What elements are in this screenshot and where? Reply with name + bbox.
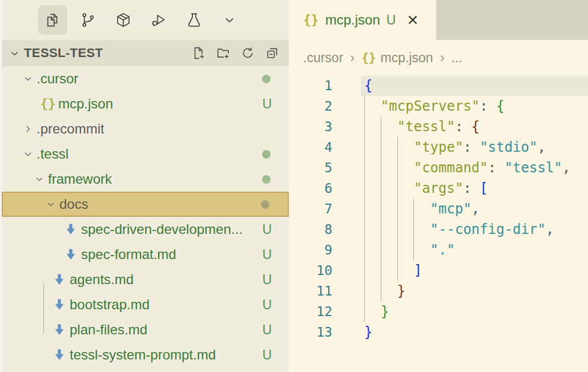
- chevron-down-icon: [22, 148, 34, 160]
- breadcrumb-item[interactable]: .cursor: [303, 50, 343, 66]
- new-file-icon: [191, 46, 206, 60]
- tab-close-icon[interactable]: ✕: [406, 13, 418, 27]
- tree-item-cursor[interactable]: .cursor: [2, 66, 289, 91]
- code-line[interactable]: 7 "mcp",: [289, 199, 588, 219]
- new-folder-button[interactable]: [216, 46, 231, 60]
- tree-item-plan-files-md[interactable]: plan-files.mdU: [2, 317, 289, 342]
- code-line[interactable]: 3 "tessl": {: [289, 116, 588, 137]
- collapse-folders-button[interactable]: [265, 46, 280, 60]
- tree-item-precommit[interactable]: .precommit: [2, 116, 289, 141]
- code-line[interactable]: 4 "type": "stdio",: [289, 137, 588, 157]
- code-editor[interactable]: 1{2 "mcpServers": {3 "tessl": {4 "type":…: [289, 75, 588, 342]
- breadcrumb-label: ...: [452, 50, 462, 66]
- line-number: 7: [289, 199, 332, 219]
- editor-group: {} mcp.json U ✕ .cursor›{}mcp.json›... 1…: [289, 0, 588, 372]
- run-debug-icon: [150, 11, 167, 29]
- code-line[interactable]: 10 ]: [289, 260, 588, 281]
- breadcrumb-separator-icon: ›: [439, 50, 446, 66]
- git-untracked-badge: U: [262, 347, 272, 363]
- code-line[interactable]: 5 "command": "tessl",: [289, 157, 588, 178]
- code-text: "tessl": {: [364, 116, 480, 137]
- tree-item-framework[interactable]: framework: [2, 167, 289, 192]
- tab-mcp-json[interactable]: {} mcp.json U ✕: [289, 0, 436, 40]
- tree-item-tessl-system-prompt-md[interactable]: tessl-system-prompt.mdU: [2, 342, 289, 367]
- tab-bar: {} mcp.json U ✕: [289, 0, 588, 40]
- code-line[interactable]: 11 }: [289, 281, 588, 301]
- tree-item-agents-md[interactable]: agents.mdU: [2, 267, 289, 292]
- code-line[interactable]: 12 }: [289, 301, 588, 322]
- activity-source-control-button[interactable]: [73, 5, 103, 35]
- markdown-file-icon: [53, 349, 66, 361]
- line-number: 11: [289, 281, 332, 301]
- extensions-package-icon: [115, 11, 132, 29]
- collapse-all-icon: [265, 46, 280, 60]
- activity-bar: [2, 0, 289, 40]
- code-line[interactable]: 2 "mcpServers": {: [289, 96, 588, 116]
- line-number: 10: [289, 260, 332, 281]
- breadcrumb-item[interactable]: {}mcp.json: [361, 50, 433, 66]
- code-line[interactable]: 6 "args": [: [289, 178, 588, 199]
- code-text: "mcp",: [364, 199, 480, 219]
- code-text: ]: [364, 260, 422, 281]
- chevron-right-icon: [22, 123, 34, 135]
- line-number: 5: [289, 157, 332, 178]
- tree-item-label: agents.md: [70, 272, 262, 288]
- code-line[interactable]: 1{: [289, 75, 588, 96]
- git-modified-dot-badge: [262, 175, 271, 184]
- git-untracked-badge: U: [262, 272, 272, 288]
- activity-more-views-button[interactable]: [215, 5, 244, 35]
- markdown-file-icon: [65, 248, 77, 261]
- code-line[interactable]: 8 "--config-dir",: [289, 219, 588, 240]
- code-text: ".": [364, 240, 455, 260]
- tree-item-spec-driven-developmen[interactable]: spec-driven-developmen...U: [2, 217, 289, 242]
- explorer-header: TESSL-TEST: [2, 40, 289, 66]
- refresh-explorer-button[interactable]: [240, 46, 255, 60]
- line-number: 6: [289, 178, 332, 199]
- code-indent-guide: [413, 199, 414, 260]
- code-text: }: [364, 281, 405, 301]
- activity-explorer-button[interactable]: [38, 5, 67, 35]
- testing-beaker-icon: [186, 11, 203, 29]
- activity-extensions-button[interactable]: [108, 5, 138, 35]
- line-number: 3: [289, 116, 332, 137]
- tree-item-docs[interactable]: docs: [2, 192, 289, 217]
- file-tree: .cursor{}mcp.jsonU.precommit.tesslframew…: [2, 66, 289, 367]
- code-line[interactable]: 9 ".": [289, 240, 588, 260]
- chevron-down-icon: [45, 199, 57, 210]
- breadcrumb-item[interactable]: ...: [452, 50, 462, 66]
- tree-item-label: tessl-system-prompt.md: [70, 347, 262, 363]
- tree-item-label: bootstrap.md: [70, 297, 262, 313]
- line-number: 9: [289, 240, 332, 260]
- explorer-section-title[interactable]: TESSL-TEST: [24, 46, 191, 60]
- line-number: 8: [289, 219, 332, 240]
- code-text: "mcpServers": {: [364, 96, 505, 116]
- markdown-file-icon: [53, 324, 66, 336]
- breadcrumb-label: .cursor: [303, 50, 343, 66]
- tree-item-label: .cursor: [37, 71, 262, 87]
- line-number: 12: [289, 301, 332, 322]
- json-file-icon: {}: [303, 14, 319, 27]
- tree-item-label: .tessl: [37, 146, 262, 162]
- activity-testing-button[interactable]: [179, 5, 209, 35]
- code-text: "args": [: [364, 178, 488, 199]
- activity-run-debug-button[interactable]: [144, 5, 174, 35]
- tree-item-mcp-json[interactable]: {}mcp.jsonU: [2, 91, 289, 116]
- code-line[interactable]: 13}: [289, 322, 588, 342]
- tree-item-spec-format-md[interactable]: spec-format.mdU: [2, 242, 289, 267]
- code-text: "type": "stdio",: [364, 137, 546, 157]
- chevron-down-icon: [22, 73, 34, 84]
- line-number: 2: [289, 96, 332, 116]
- tree-indent-guide: [43, 283, 44, 333]
- breadcrumb-label: mcp.json: [381, 50, 433, 66]
- new-file-button[interactable]: [191, 46, 206, 60]
- tree-item-bootstrap-md[interactable]: bootstrap.mdU: [2, 292, 289, 317]
- section-chevron-down-icon[interactable]: [9, 47, 21, 59]
- git-untracked-badge: U: [262, 297, 272, 313]
- code-indent-guide: [381, 116, 381, 301]
- code-text: }: [364, 322, 372, 342]
- refresh-icon: [240, 46, 255, 60]
- tree-item-tessl[interactable]: .tessl: [2, 141, 289, 167]
- explorer-files-icon: [44, 11, 61, 29]
- markdown-file-icon: [53, 273, 66, 286]
- json-file-icon: {}: [40, 98, 56, 111]
